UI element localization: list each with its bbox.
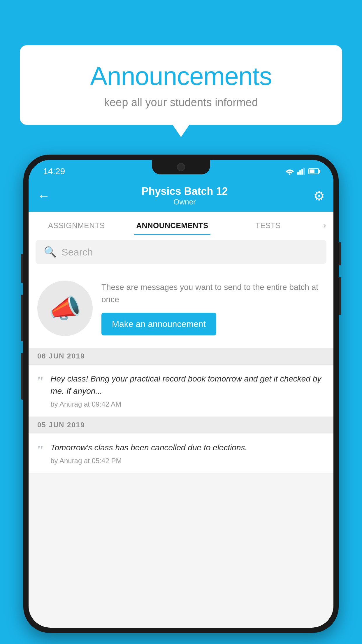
tab-tests[interactable]: TESTS xyxy=(220,221,316,235)
phone-screen: 14:29 xyxy=(29,160,333,628)
search-container: 🔍 Search xyxy=(29,235,333,269)
app-bar-subtitle: Owner xyxy=(56,197,313,206)
bubble-subtitle: keep all your students informed xyxy=(31,96,331,109)
tab-more[interactable]: › xyxy=(316,221,333,235)
search-placeholder: Search xyxy=(61,246,93,258)
svg-rect-2 xyxy=(299,170,301,175)
battery-fill xyxy=(310,169,314,173)
search-bar[interactable]: 🔍 Search xyxy=(36,240,326,264)
bubble-title: Announcements xyxy=(31,61,331,91)
announcement-content-1: Hey class! Bring your practical record b… xyxy=(50,373,325,408)
app-bar: ← Physics Batch 12 Owner ⚙ xyxy=(29,180,333,212)
announcement-text-2: Tomorrow's class has been cancelled due … xyxy=(50,442,325,454)
phone-button-right-1 xyxy=(339,242,341,265)
tab-announcements[interactable]: ANNOUNCEMENTS xyxy=(124,221,220,235)
status-icons xyxy=(285,168,319,175)
speech-bubble-section: Announcements keep all your students inf… xyxy=(20,45,342,125)
wifi-icon xyxy=(285,168,294,175)
announcement-item-2[interactable]: " Tomorrow's class has been cancelled du… xyxy=(29,433,333,473)
quote-icon-2: " xyxy=(37,443,43,459)
phone-button-left-2 xyxy=(21,295,23,341)
search-icon: 🔍 xyxy=(44,246,57,258)
app-bar-title-container: Physics Batch 12 Owner xyxy=(56,185,313,206)
phone-camera xyxy=(177,163,185,171)
announcement-item-1[interactable]: " Hey class! Bring your practical record… xyxy=(29,365,333,417)
announcement-content-2: Tomorrow's class has been cancelled due … xyxy=(50,442,325,465)
promo-icon-circle: 📣 xyxy=(37,281,93,336)
phone-button-right-2 xyxy=(339,277,341,315)
phone-mockup: 14:29 xyxy=(23,155,339,633)
tab-assignments[interactable]: ASSIGNMENTS xyxy=(29,221,124,235)
phone-button-left-3 xyxy=(21,353,23,400)
announcement-meta-2: by Anurag at 05:42 PM xyxy=(50,457,325,465)
phone-outer: 14:29 xyxy=(23,155,339,633)
phone-button-left-1 xyxy=(21,254,23,283)
promo-text: These are messages you want to send to t… xyxy=(101,281,325,306)
megaphone-icon: 📣 xyxy=(49,293,81,324)
svg-rect-4 xyxy=(303,168,305,175)
quote-icon-1: " xyxy=(37,374,43,390)
date-separator-1: 06 JUN 2019 xyxy=(29,348,333,365)
battery-icon xyxy=(308,168,319,174)
settings-icon[interactable]: ⚙ xyxy=(313,188,325,203)
status-time: 14:29 xyxy=(43,166,65,176)
phone-notch xyxy=(152,160,210,174)
announcement-text-1: Hey class! Bring your practical record b… xyxy=(50,373,325,397)
date-separator-2: 05 JUN 2019 xyxy=(29,417,333,433)
signal-icon xyxy=(297,168,305,175)
svg-rect-3 xyxy=(301,169,303,175)
app-bar-title: Physics Batch 12 xyxy=(56,185,313,197)
make-announcement-button[interactable]: Make an announcement xyxy=(101,313,216,335)
svg-rect-1 xyxy=(297,172,299,175)
announcement-promo: 📣 These are messages you want to send to… xyxy=(29,269,333,348)
tabs-container: ASSIGNMENTS ANNOUNCEMENTS TESTS › xyxy=(29,212,333,235)
back-button[interactable]: ← xyxy=(37,188,50,203)
svg-point-0 xyxy=(289,174,291,175)
announcement-meta-1: by Anurag at 09:42 AM xyxy=(50,400,325,408)
promo-right: These are messages you want to send to t… xyxy=(101,281,325,335)
speech-bubble: Announcements keep all your students inf… xyxy=(20,45,342,125)
